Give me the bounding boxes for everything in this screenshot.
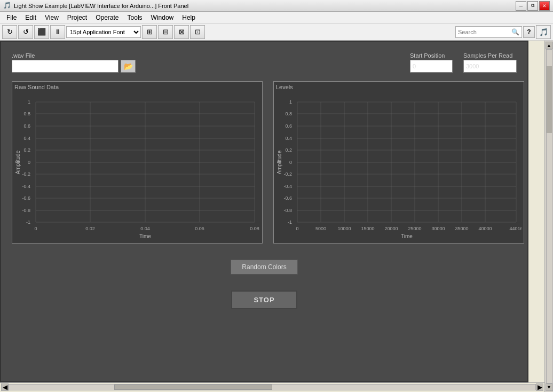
wav-file-label: .wav File bbox=[12, 52, 136, 59]
svg-text:0.2: 0.2 bbox=[285, 147, 292, 153]
svg-text:Time: Time bbox=[401, 233, 413, 239]
restore-button[interactable]: ⧉ bbox=[527, 1, 538, 11]
app-window: 🎵 Light Show Example [LabVIEW Interface … bbox=[0, 0, 553, 392]
run-button[interactable]: ↻ bbox=[2, 25, 17, 39]
svg-text:15000: 15000 bbox=[361, 226, 374, 231]
svg-text:0.04: 0.04 bbox=[140, 226, 150, 231]
samples-per-read-group: Samples Per Read 3000 bbox=[463, 52, 517, 73]
resize-button[interactable]: ⊠ bbox=[174, 25, 189, 39]
reorder-button[interactable]: ⊡ bbox=[190, 25, 205, 39]
svg-text:10000: 10000 bbox=[337, 226, 351, 231]
font-selector[interactable]: 15pt Application Font bbox=[66, 26, 141, 38]
title-bar-text: Light Show Example [LabVIEW Interface fo… bbox=[14, 3, 516, 9]
svg-text:-0.6: -0.6 bbox=[283, 195, 292, 201]
menu-project[interactable]: Project bbox=[63, 13, 91, 22]
svg-text:0.6: 0.6 bbox=[23, 123, 30, 129]
wav-file-input[interactable] bbox=[12, 60, 118, 73]
svg-text:0.4: 0.4 bbox=[285, 136, 292, 141]
svg-text:-0.8: -0.8 bbox=[283, 208, 292, 213]
bottom-scrollbar: ◀ ▶ bbox=[0, 382, 544, 391]
svg-text:0: 0 bbox=[296, 226, 298, 231]
help-button[interactable]: ? bbox=[523, 26, 535, 38]
scroll-down-button[interactable]: ▼ bbox=[546, 383, 553, 391]
svg-text:Amplitude: Amplitude bbox=[276, 150, 282, 174]
samples-per-read-label: Samples Per Read bbox=[463, 52, 517, 59]
menu-tools[interactable]: Tools bbox=[123, 13, 147, 22]
svg-text:20000: 20000 bbox=[384, 226, 398, 231]
svg-text:-0.2: -0.2 bbox=[22, 171, 30, 177]
start-position-group: Start Position 0 bbox=[410, 52, 453, 73]
wav-file-group: .wav File 📂 bbox=[12, 52, 136, 73]
scroll-thumb[interactable] bbox=[114, 385, 272, 390]
search-input[interactable] bbox=[458, 29, 511, 35]
svg-text:1: 1 bbox=[28, 99, 30, 105]
svg-text:0.4: 0.4 bbox=[23, 136, 30, 141]
abort-button[interactable]: ⬛ bbox=[34, 25, 49, 39]
svg-text:0.8: 0.8 bbox=[285, 111, 292, 116]
top-fields-row: .wav File 📂 Star bbox=[12, 52, 517, 73]
wav-file-section: .wav File 📂 bbox=[12, 52, 136, 73]
svg-text:-1: -1 bbox=[26, 219, 30, 225]
svg-text:0.2: 0.2 bbox=[23, 147, 30, 153]
menu-window[interactable]: Window bbox=[147, 13, 178, 22]
minimize-button[interactable]: ─ bbox=[516, 1, 526, 11]
svg-text:0.06: 0.06 bbox=[195, 226, 204, 231]
align-button[interactable]: ⊞ bbox=[142, 25, 157, 39]
svg-text:Time: Time bbox=[139, 233, 151, 239]
menu-help[interactable]: Help bbox=[178, 13, 200, 22]
menu-edit[interactable]: Edit bbox=[21, 13, 41, 22]
svg-text:0.8: 0.8 bbox=[23, 111, 30, 116]
svg-text:5000: 5000 bbox=[315, 226, 326, 231]
levels-chart: 1 0.8 0.6 0.4 0.2 0 -0.2 -0.4 -0.6 -0.8 bbox=[276, 91, 522, 241]
raw-sound-chart: 1 0.8 0.6 0.4 0.2 0 -0.2 -0.4 -0.6 -0.8 bbox=[14, 91, 260, 241]
svg-text:-0.4: -0.4 bbox=[283, 184, 292, 189]
svg-text:0.6: 0.6 bbox=[285, 123, 292, 129]
scroll-right-button[interactable]: ▶ bbox=[536, 383, 543, 391]
svg-text:-0.4: -0.4 bbox=[22, 184, 30, 189]
svg-text:35000: 35000 bbox=[455, 226, 468, 231]
raw-sound-chart-container: Raw Sound Data bbox=[12, 81, 263, 244]
random-colors-button[interactable]: Random Colors bbox=[231, 260, 297, 275]
levels-title: Levels bbox=[276, 84, 522, 90]
pause-button[interactable]: ⏸ bbox=[50, 25, 65, 39]
main-area: .wav File 📂 Star bbox=[0, 41, 544, 392]
right-controls: Start Position 0 Samples Per Read 3000 bbox=[410, 52, 517, 73]
stop-button[interactable]: STOP bbox=[231, 291, 297, 309]
scroll-track[interactable] bbox=[9, 384, 536, 390]
title-bar-controls: ─ ⧉ ✕ bbox=[516, 1, 550, 11]
svg-text:0: 0 bbox=[28, 160, 30, 165]
samples-per-read-value: 3000 bbox=[466, 63, 479, 69]
charts-row: Raw Sound Data bbox=[12, 81, 517, 244]
right-scroll-thumb[interactable] bbox=[547, 66, 552, 133]
menu-view[interactable]: View bbox=[41, 13, 63, 22]
search-icon: 🔍 bbox=[511, 28, 519, 36]
svg-text:-0.2: -0.2 bbox=[283, 171, 292, 177]
samples-per-read-input[interactable]: 3000 bbox=[463, 60, 517, 73]
menu-file[interactable]: File bbox=[2, 13, 21, 22]
distribute-button[interactable]: ⊟ bbox=[158, 25, 173, 39]
scroll-left-button[interactable]: ◀ bbox=[1, 383, 9, 391]
run-continuously-button[interactable]: ↺ bbox=[18, 25, 33, 39]
raw-sound-title: Raw Sound Data bbox=[14, 84, 260, 90]
browse-button[interactable]: 📂 bbox=[121, 60, 136, 73]
svg-text:-0.8: -0.8 bbox=[22, 208, 30, 213]
start-position-input[interactable]: 0 bbox=[410, 60, 453, 73]
menu-operate[interactable]: Operate bbox=[91, 13, 123, 22]
scroll-up-button[interactable]: ▲ bbox=[546, 42, 553, 49]
svg-text:0.02: 0.02 bbox=[85, 226, 95, 231]
title-bar: 🎵 Light Show Example [LabVIEW Interface … bbox=[0, 0, 553, 12]
svg-text:0: 0 bbox=[289, 160, 292, 165]
svg-text:44016: 44016 bbox=[509, 226, 522, 231]
svg-text:0.08: 0.08 bbox=[250, 226, 259, 231]
svg-text:25000: 25000 bbox=[408, 226, 421, 231]
svg-text:40000: 40000 bbox=[478, 226, 492, 231]
svg-text:Amplitude: Amplitude bbox=[15, 150, 21, 174]
toolbar: ↻ ↺ ⬛ ⏸ 15pt Application Font ⊞ ⊟ ⊠ ⊡ 🔍 … bbox=[0, 23, 553, 41]
right-scroll-track[interactable] bbox=[546, 49, 552, 383]
close-button[interactable]: ✕ bbox=[539, 1, 550, 11]
panel-content: .wav File 📂 Star bbox=[1, 42, 527, 320]
music-icon: 🎵 bbox=[536, 25, 551, 39]
start-position-value: 0 bbox=[413, 63, 416, 69]
levels-chart-container: Levels bbox=[273, 81, 524, 244]
svg-text:-1: -1 bbox=[288, 219, 292, 225]
